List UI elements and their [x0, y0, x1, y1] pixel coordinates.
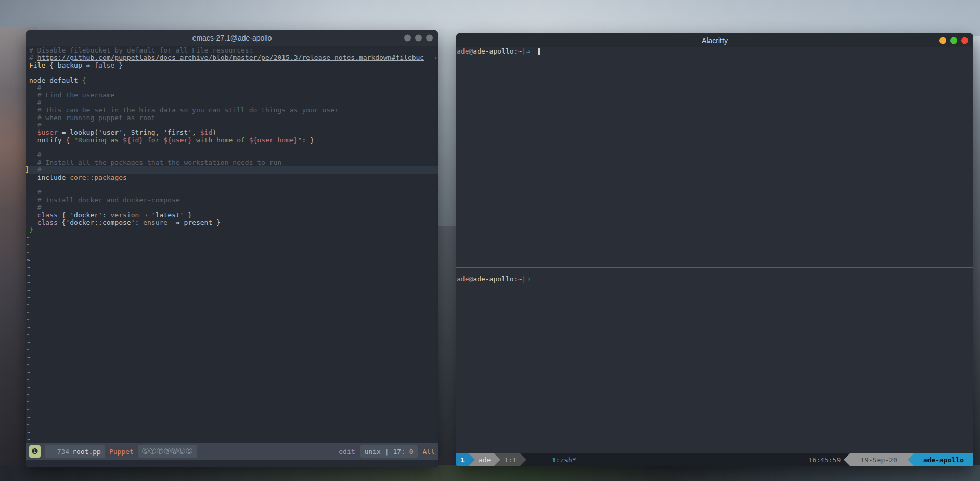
prompt-arrow-icon: ⇒ — [526, 47, 530, 55]
major-mode-label: Puppet — [109, 448, 134, 456]
empty-line-tilde: ~ — [27, 323, 438, 331]
empty-line-tilde: ~ — [27, 271, 438, 279]
empty-line-tilde: ~ — [27, 428, 438, 436]
code-line: # when running puppet as root — [29, 114, 438, 122]
minor-mode-icons: ⓈⓎⓅⓐⓌⓊⓈ — [138, 445, 197, 458]
tmux-session-index: 1 — [456, 453, 469, 466]
empty-line-tilde: ~ — [27, 413, 438, 421]
empty-line-tilde: ~ — [27, 249, 438, 256]
shell-prompt-bottom-pane[interactable]: ade@ade-apollo:~|⇒ — [457, 276, 530, 283]
empty-line-tilde: ~ — [27, 234, 438, 241]
prompt-pipe: | — [522, 275, 526, 283]
alacritty-window-controls — [939, 37, 968, 44]
close-button-icon[interactable] — [961, 37, 968, 44]
alacritty-titlebar[interactable]: Alacritty — [456, 33, 973, 47]
code-line: node default { — [29, 77, 438, 84]
emacs-window[interactable]: emacs-27.1@ade-apollo # Disable filebuck… — [26, 30, 438, 467]
empty-line-tilde: ~ — [27, 361, 438, 368]
tmux-pane-index: 1:1 — [500, 453, 520, 466]
code-line: # — [29, 99, 438, 107]
tmux-pane-divider[interactable] — [456, 267, 973, 268]
buffer-info-chip: - 734 root.pp — [45, 445, 105, 458]
powerline-separator-icon — [494, 453, 500, 466]
code-line — [29, 181, 438, 189]
empty-line-tilde: ~ — [27, 294, 438, 301]
date-label: 19-Sep-20 — [850, 453, 907, 466]
code-line: # — [29, 84, 438, 92]
status-spacer — [576, 453, 805, 466]
encoding-position-chip: unix | 17: 0 — [360, 445, 418, 458]
empty-line-tilde: ~ — [27, 421, 438, 428]
code-line: notify { "Running as ${id} for ${user} w… — [29, 137, 438, 144]
code-line: File { backup ⇒ false } — [29, 62, 438, 69]
prompt-user: ade — [457, 47, 469, 55]
code-line — [29, 144, 438, 151]
code-line: # — [29, 189, 438, 196]
code-line: # Install docker and docker-compose — [29, 197, 438, 204]
buffer-position: - 734 — [49, 448, 69, 456]
empty-line-tilde: ~ — [27, 391, 438, 398]
empty-line-tilde: ~ — [27, 376, 438, 383]
window-button-icon[interactable] — [415, 35, 422, 42]
empty-line-tilde: ~ — [27, 241, 438, 249]
shell-prompt-top-pane[interactable]: ade@ade-apollo:~|⇒ — [457, 48, 540, 55]
code-line: # Disable filebucket by default for all … — [29, 47, 438, 54]
code-line: $user = lookup('user', String, 'first', … — [29, 129, 438, 136]
code-line: # Install all the packages that the work… — [29, 159, 438, 166]
empty-line-tilde: ~ — [27, 309, 438, 316]
emacs-modeline: ❶ - 734 root.pp Puppet ⓈⓎⓅⓐⓌⓊⓈ edit unix… — [26, 443, 438, 460]
code-line: # This can be set in the hira data so yo… — [29, 107, 438, 114]
emacs-window-title: emacs-27.1@ade-apollo — [192, 34, 272, 42]
prompt-user: ade — [457, 275, 469, 283]
empty-line-tilde: ~ — [27, 331, 438, 339]
window-button-icon[interactable] — [404, 35, 411, 42]
code-area[interactable]: # Disable filebucket by default for all … — [29, 47, 438, 444]
prompt-pipe: | — [522, 47, 526, 55]
workspace-badge: ❶ — [29, 445, 41, 458]
emacs-cursor — [26, 166, 28, 173]
hostname-label: ade-apollo — [914, 453, 973, 466]
scroll-position-label: All — [423, 448, 435, 456]
prompt-host: ade-apollo — [473, 275, 513, 283]
code-line: class { 'docker': version ⇒ 'latest' } — [29, 212, 438, 219]
empty-line-tilde: ~ — [27, 398, 438, 406]
code-line: include core::packages — [29, 174, 438, 181]
emacs-buffer[interactable]: # Disable filebucket by default for all … — [26, 46, 438, 443]
tmux-status-bar: 1 ade 1:1 1:zsh* 16:45:59 19-Sep-20 ade-… — [456, 453, 973, 466]
powerline-separator-icon — [908, 453, 914, 466]
empty-line-tilde: ~ — [27, 264, 438, 271]
wallpaper-ground — [0, 465, 980, 481]
code-line: # — [26, 166, 438, 174]
terminal-area[interactable]: ade@ade-apollo:~|⇒ ade@ade-apollo:~|⇒ — [456, 47, 973, 453]
window-button-icon[interactable] — [426, 35, 433, 42]
prompt-host: ade-apollo — [473, 47, 513, 55]
tmux-window-label[interactable]: 1:zsh* — [552, 453, 576, 466]
line-truncation-icon: → — [433, 54, 437, 61]
empty-line-tilde: ~ — [27, 436, 438, 443]
empty-line-tilde: ~ — [27, 316, 438, 323]
terminal-cursor — [538, 48, 540, 55]
code-line — [29, 69, 438, 76]
empty-line-tilde: ~ — [27, 346, 438, 354]
alacritty-window[interactable]: Alacritty ade@ade-apollo:~|⇒ ade@ade-apo… — [456, 33, 973, 466]
minimize-button-icon[interactable] — [939, 37, 946, 44]
alacritty-window-title: Alacritty — [702, 36, 728, 45]
powerline-separator-icon — [520, 453, 526, 466]
code-line: } — [29, 226, 438, 233]
powerline-separator-icon — [469, 453, 475, 466]
buffer-filename: root.pp — [72, 448, 101, 456]
maximize-button-icon[interactable] — [950, 37, 957, 44]
emacs-titlebar[interactable]: emacs-27.1@ade-apollo — [26, 30, 438, 46]
status-spacer — [526, 453, 552, 466]
emacs-window-controls — [404, 35, 433, 42]
prompt-arrow-icon: ⇒ — [526, 275, 530, 283]
emacs-echo-area — [26, 460, 438, 467]
code-line: # — [29, 204, 438, 211]
empty-line-tilde: ~ — [27, 339, 438, 346]
empty-line-tilde: ~ — [27, 354, 438, 361]
empty-line-tilde: ~ — [27, 256, 438, 264]
empty-line-tilde: ~ — [27, 279, 438, 286]
empty-line-tilde: ~ — [27, 301, 438, 308]
edit-state-label: edit — [339, 448, 355, 456]
powerline-separator-icon — [844, 453, 850, 466]
